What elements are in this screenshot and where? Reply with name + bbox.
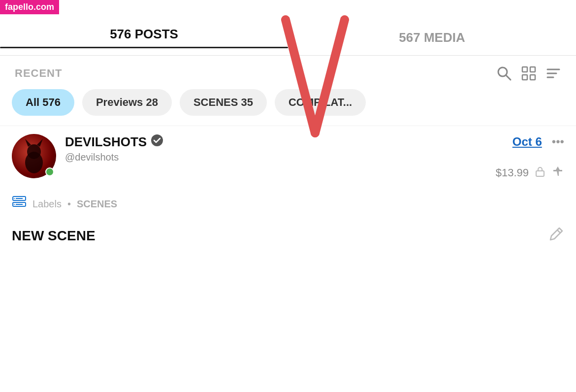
date-more-row: Oct 6 ••• bbox=[512, 135, 564, 149]
svg-line-1 bbox=[506, 75, 511, 80]
svg-rect-2 bbox=[522, 67, 527, 72]
grid-icon[interactable] bbox=[521, 65, 537, 81]
pill-scenes[interactable]: SCENES 35 bbox=[180, 89, 267, 116]
category-pills: All 576 Previews 28 SCENES 35 COMPILAT..… bbox=[0, 89, 576, 126]
brand-text: fapello.com bbox=[5, 2, 54, 12]
svg-point-10 bbox=[27, 144, 41, 159]
post-username: DEVILSHOTS bbox=[65, 134, 147, 150]
label-separator: • bbox=[67, 198, 71, 210]
post-info: DEVILSHOTS Oct 6 ••• @devilshots $13 bbox=[65, 134, 564, 181]
lock-icon bbox=[534, 165, 546, 181]
pill-previews[interactable]: Previews 28 bbox=[82, 89, 172, 116]
svg-rect-3 bbox=[530, 67, 535, 72]
labels-text: Labels bbox=[32, 198, 62, 210]
new-scene-row: NEW SCENE bbox=[0, 218, 576, 245]
price-row: $13.99 bbox=[65, 165, 564, 181]
username-row: DEVILSHOTS bbox=[65, 134, 163, 150]
post-card: DEVILSHOTS Oct 6 ••• @devilshots $13 bbox=[0, 126, 576, 189]
sort-icon[interactable] bbox=[545, 65, 561, 81]
labels-icon bbox=[12, 196, 27, 212]
label-tag: SCENES bbox=[77, 198, 117, 210]
new-scene-title: NEW SCENE bbox=[12, 228, 96, 244]
more-options-button[interactable]: ••• bbox=[552, 135, 564, 149]
post-handle: @devilshots bbox=[65, 152, 564, 163]
post-header: DEVILSHOTS Oct 6 ••• @devilshots $13 bbox=[12, 134, 564, 181]
labels-row: Labels • SCENES bbox=[0, 189, 576, 218]
brand-bar: fapello.com bbox=[0, 0, 59, 14]
filter-label: RECENT bbox=[15, 67, 486, 80]
stats-tabs: 576 POSTS 567 MEDIA bbox=[0, 15, 576, 56]
pill-compilations[interactable]: COMPILAT... bbox=[275, 89, 366, 116]
svg-line-21 bbox=[557, 230, 560, 233]
posts-count: 576 POSTS bbox=[110, 27, 178, 41]
svg-rect-4 bbox=[522, 75, 527, 80]
avatar-wrap bbox=[12, 134, 56, 178]
svg-rect-5 bbox=[530, 75, 535, 80]
online-indicator bbox=[45, 167, 54, 176]
pin-icon bbox=[551, 165, 564, 181]
post-date[interactable]: Oct 6 bbox=[512, 135, 542, 149]
edit-icon[interactable] bbox=[548, 226, 564, 245]
pill-all[interactable]: All 576 bbox=[12, 89, 74, 116]
svg-point-13 bbox=[151, 134, 163, 146]
posts-tab[interactable]: 576 POSTS bbox=[0, 20, 288, 55]
filter-bar: RECENT bbox=[0, 56, 576, 89]
search-icon[interactable] bbox=[496, 65, 512, 81]
media-tab[interactable]: 567 MEDIA bbox=[288, 23, 576, 52]
post-price: $13.99 bbox=[496, 166, 529, 179]
svg-rect-14 bbox=[536, 171, 544, 176]
post-meta-top: DEVILSHOTS Oct 6 ••• bbox=[65, 134, 564, 150]
verified-icon bbox=[151, 134, 163, 150]
filter-icons bbox=[496, 65, 561, 81]
media-count: 567 MEDIA bbox=[399, 30, 465, 45]
